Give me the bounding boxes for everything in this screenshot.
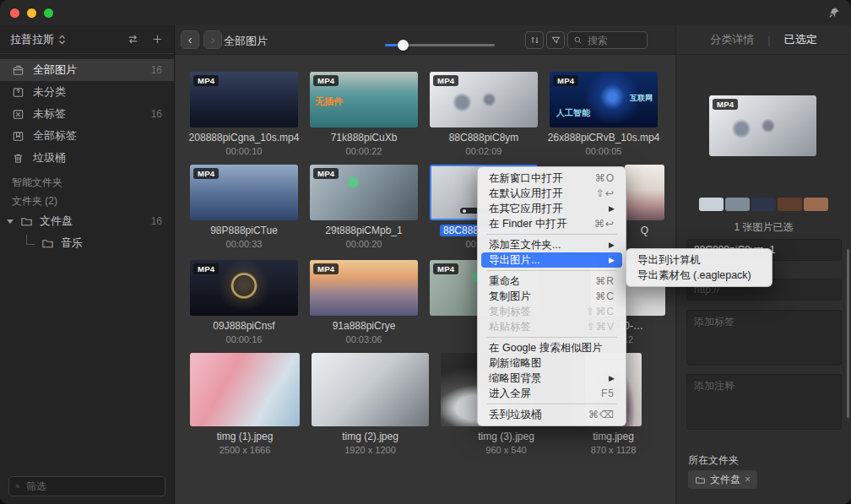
tab-category-details[interactable]: 分类详情: [710, 32, 754, 47]
swap-icon[interactable]: [127, 33, 139, 46]
ai-thumbnail[interactable]: MP4人工智能互联网: [550, 72, 658, 127]
menu-item[interactable]: 缩略图背景▶: [481, 371, 622, 386]
sunset-thumbnail[interactable]: MP4: [310, 260, 418, 316]
app-window: 拉普拉斯 全部图片16未分类未标签16全部标签垃圾桶 智能文件夹 文件夹 (2)…: [0, 0, 851, 504]
sidebar-item-all-images[interactable]: 全部图片16: [0, 59, 174, 81]
disclosure-triangle-icon[interactable]: [7, 219, 14, 224]
sidebar-item-uncategorized[interactable]: 未分类: [0, 81, 174, 103]
menu-item[interactable]: 刷新缩略图: [481, 355, 622, 371]
palette-swatch[interactable]: [804, 198, 828, 211]
folder-label: 音乐: [61, 236, 83, 251]
thumbnail-overlay-text: 人工智能: [556, 107, 590, 119]
palette-swatch[interactable]: [751, 198, 776, 211]
selected-item-preview[interactable]: MP4: [709, 95, 816, 156]
menu-item[interactable]: 在 Finder 中打开⌘↩: [481, 216, 622, 231]
girl1-thumbnail[interactable]: [190, 353, 300, 426]
minimize-button[interactable]: [27, 8, 36, 18]
submenu-item[interactable]: 导出到计算机: [630, 252, 768, 268]
format-badge: MP4: [313, 263, 339, 274]
tags-field[interactable]: [686, 310, 842, 366]
grid-item[interactable]: MP498P888piCTue00:00:33: [190, 165, 298, 220]
sidebar-filter: [8, 476, 165, 496]
grid-item[interactable]: MP488C888piC8ym00:02:09: [430, 72, 538, 127]
menu-item[interactable]: 在其它应用打开▶: [481, 201, 622, 216]
grid-item[interactable]: MP4人工智能互联网26x888piCRvB_10s.mp400:00:05: [550, 72, 658, 127]
menu-item-label: 刷新缩略图: [489, 356, 542, 371]
item-meta: 00:00:10: [181, 146, 307, 156]
bluecity-thumbnail[interactable]: MP4: [190, 165, 298, 220]
folder-item-music[interactable]: 音乐: [0, 233, 174, 253]
close-button[interactable]: [10, 8, 19, 18]
grid-item[interactable]: MP4208888piCgna_10s.mp400:00:10: [190, 72, 298, 127]
clock-thumbnail[interactable]: MP4: [190, 260, 298, 316]
harbor-thumbnail[interactable]: MP4无插件: [310, 72, 418, 127]
palette-swatch[interactable]: [725, 198, 750, 211]
grid-item[interactable]: Q: [625, 165, 664, 220]
sidebar-item-label: 全部标签: [33, 128, 77, 144]
grid-item[interactable]: MP491a888piCrye00:03:06: [310, 260, 418, 316]
plus-icon[interactable]: [151, 33, 164, 46]
office-thumbnail[interactable]: MP4: [430, 72, 538, 127]
menu-item[interactable]: 在 Google 搜索相似图片: [481, 340, 622, 355]
menu-separator: [486, 234, 617, 235]
menu-item[interactable]: 重命名⌘R: [481, 274, 622, 289]
menu-item[interactable]: 导出图片...▶: [481, 252, 622, 268]
menu-item[interactable]: 在新窗口中打开⌘O: [481, 171, 622, 186]
menu-item[interactable]: 添加至文件夹...▶: [481, 237, 622, 252]
citynight-thumbnail[interactable]: MP4: [190, 72, 298, 127]
grid-item[interactable]: timg (1).jpeg2500 x 1666: [190, 353, 300, 426]
slider-knob[interactable]: [398, 40, 409, 51]
sidebar-item-label: 全部图片: [33, 62, 77, 78]
menu-shortcut: ⇧↩: [596, 187, 615, 199]
library-switcher[interactable]: 拉普拉斯: [10, 32, 66, 47]
menu-item-label: 在默认应用打开: [489, 187, 563, 201]
menu-item[interactable]: 复制图片⌘C: [481, 289, 622, 304]
folder-chip[interactable]: 文件盘 ×: [688, 470, 757, 489]
zoom-button[interactable]: [44, 8, 53, 18]
filter-input[interactable]: [24, 480, 159, 493]
item-meta: 2500 x 1666: [182, 445, 308, 455]
menu-item: 粘贴标签⇧⌘V: [481, 319, 622, 334]
palette-swatch[interactable]: [778, 198, 802, 211]
menu-item[interactable]: 在默认应用打开⇧↩: [481, 186, 622, 201]
sort-button[interactable]: [525, 31, 544, 49]
tab-selected[interactable]: 已选定: [784, 32, 817, 47]
girlv-thumbnail[interactable]: [625, 165, 664, 220]
sidebar-item-label: 垃圾桶: [33, 150, 66, 165]
forward-button[interactable]: ›: [203, 30, 222, 49]
item-count: 16: [151, 64, 162, 76]
grid-item[interactable]: MP409J888piCnsf00:00:16: [190, 260, 298, 316]
grid-item[interactable]: MP429t888piCMpb_100:00:20: [310, 165, 418, 220]
folder-chip-label: 文件盘: [710, 473, 740, 487]
notes-field[interactable]: [686, 374, 842, 430]
grid-item[interactable]: MP4无插件71k888piCuXb00:00:22: [310, 72, 418, 127]
sidebar-item-trash[interactable]: 垃圾桶: [0, 147, 174, 169]
palette-swatch[interactable]: [699, 198, 724, 211]
format-badge: MP4: [713, 99, 738, 110]
pin-icon[interactable]: [827, 6, 841, 19]
filter-button[interactable]: [546, 31, 565, 49]
back-button[interactable]: ‹: [181, 30, 199, 49]
item-meta: 00:00:22: [301, 146, 427, 156]
item-name: timg (1).jpeg: [182, 431, 308, 442]
car1-thumbnail[interactable]: [312, 353, 429, 426]
scrollbar[interactable]: [847, 249, 849, 418]
holo-thumbnail[interactable]: MP4: [310, 165, 418, 220]
remove-folder-icon[interactable]: ×: [745, 474, 751, 485]
submenu-item-label: 导出到计算机: [637, 253, 701, 268]
thumbnail-zoom-slider[interactable]: [385, 44, 495, 46]
folder-item-files-disk[interactable]: 文件盘16: [0, 211, 174, 231]
menu-item-label: 进入全屏: [489, 387, 531, 401]
sidebar-item-untagged[interactable]: 未标签16: [0, 103, 174, 125]
search-input[interactable]: [586, 34, 642, 47]
menu-item-label: 添加至文件夹...: [489, 238, 561, 252]
menu-item-label: 在 Finder 中打开: [489, 217, 566, 231]
submenu-item[interactable]: 导出素材包 (.eaglepack): [630, 268, 768, 283]
menu-item[interactable]: 丢到垃圾桶⌘⌫: [481, 407, 622, 422]
item-meta: 00:02:09: [420, 146, 547, 156]
sidebar-item-all-tags[interactable]: 全部标签: [0, 125, 174, 147]
menu-item[interactable]: 进入全屏F5: [481, 386, 622, 401]
grid-item[interactable]: timg (2).jpeg1920 x 1200: [312, 353, 429, 426]
sidebar: 拉普拉斯 全部图片16未分类未标签16全部标签垃圾桶 智能文件夹 文件夹 (2)…: [0, 25, 175, 504]
menu-item-label: 在其它应用打开: [489, 202, 563, 216]
